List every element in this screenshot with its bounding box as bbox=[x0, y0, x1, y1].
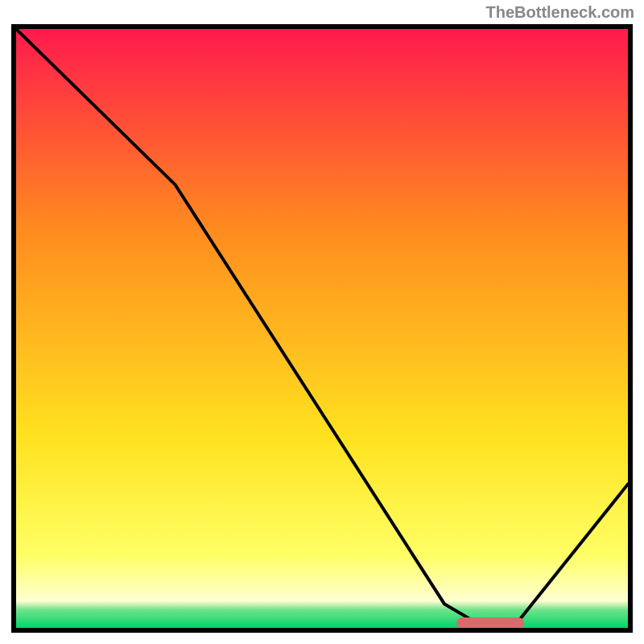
watermark-text: TheBottleneck.com bbox=[486, 3, 634, 22]
chart-frame bbox=[11, 24, 633, 633]
optimal-range-marker bbox=[456, 617, 524, 628]
chart-line-curve bbox=[16, 29, 628, 628]
chart-plot-area bbox=[16, 29, 628, 628]
